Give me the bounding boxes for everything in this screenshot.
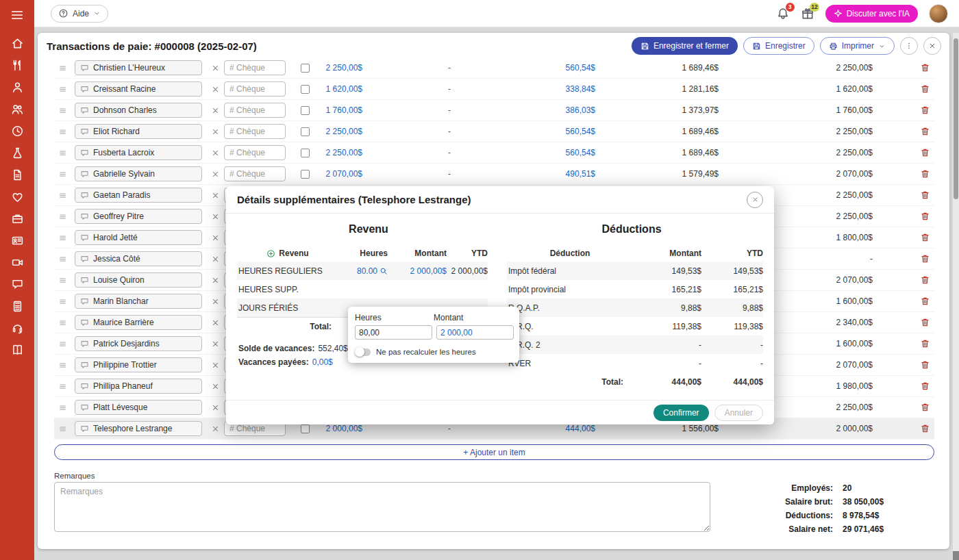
- drag-handle-icon[interactable]: [58, 381, 68, 392]
- scrollbar-thumb[interactable]: [954, 38, 958, 199]
- drag-handle-icon[interactable]: [58, 233, 68, 243]
- cheque-number-input[interactable]: [224, 124, 286, 139]
- delete-row-icon[interactable]: [920, 126, 930, 137]
- clear-employee-button[interactable]: [211, 318, 220, 327]
- clear-employee-button[interactable]: [211, 340, 220, 348]
- clear-employee-button[interactable]: [211, 276, 220, 285]
- delete-row-icon[interactable]: [920, 168, 930, 179]
- employee-name-field[interactable]: Eliot Richard: [75, 124, 202, 139]
- row-checkbox[interactable]: [301, 170, 310, 179]
- sidebar-item-idcard[interactable]: [11, 234, 24, 247]
- employee-name-field[interactable]: Louise Quiron: [75, 272, 202, 288]
- row-checkbox[interactable]: [301, 106, 310, 115]
- delete-row-icon[interactable]: [920, 62, 930, 73]
- employee-name-field[interactable]: Philippine Trottier: [75, 357, 202, 372]
- sidebar-item-person[interactable]: [11, 81, 24, 94]
- sidebar-item-headset[interactable]: [11, 322, 24, 335]
- delete-row-icon[interactable]: [920, 147, 930, 158]
- sidebar-item-document[interactable]: [11, 168, 24, 181]
- delete-row-icon[interactable]: [920, 317, 930, 328]
- menu-icon[interactable]: [10, 8, 24, 22]
- row-checkbox[interactable]: [301, 85, 310, 94]
- sidebar-item-heart[interactable]: [11, 190, 24, 203]
- drag-handle-icon[interactable]: [58, 212, 68, 222]
- clear-employee-button[interactable]: [211, 361, 220, 370]
- sidebar-item-chat[interactable]: [11, 278, 24, 291]
- clear-employee-button[interactable]: [211, 255, 220, 264]
- hours-input[interactable]: [355, 325, 432, 340]
- clear-employee-button[interactable]: [211, 64, 220, 73]
- sidebar-item-camera[interactable]: [11, 256, 24, 269]
- employee-name-field[interactable]: Geoffrey Pitre: [75, 209, 202, 224]
- cheque-number-input[interactable]: [224, 103, 286, 118]
- add-item-button[interactable]: + Ajouter un item: [54, 444, 934, 460]
- clear-employee-button[interactable]: [211, 233, 220, 242]
- help-button[interactable]: Aide: [51, 5, 108, 23]
- recalc-toggle[interactable]: [356, 348, 371, 356]
- clear-employee-button[interactable]: [211, 212, 220, 221]
- confirm-button[interactable]: Confirmer: [653, 405, 709, 421]
- sidebar-item-flask[interactable]: [11, 147, 24, 160]
- row-checkbox[interactable]: [301, 424, 310, 433]
- delete-row-icon[interactable]: [920, 296, 930, 307]
- notifications-button[interactable]: 3: [776, 7, 790, 21]
- employee-name-field[interactable]: Phillipa Phaneuf: [75, 379, 202, 394]
- sidebar-item-ledger[interactable]: [11, 344, 24, 357]
- cheque-number-input[interactable]: [224, 60, 286, 75]
- vacation-paid-value[interactable]: 0,00$: [312, 357, 333, 367]
- drag-handle-icon[interactable]: [58, 275, 68, 285]
- sidebar-item-utensils[interactable]: [11, 59, 24, 72]
- delete-row-icon[interactable]: [920, 84, 930, 94]
- drag-handle-icon[interactable]: [58, 339, 68, 349]
- clear-employee-button[interactable]: [211, 424, 220, 433]
- delete-row-icon[interactable]: [920, 211, 930, 222]
- more-options-button[interactable]: [900, 37, 918, 55]
- delete-row-icon[interactable]: [920, 402, 930, 413]
- drag-handle-icon[interactable]: [58, 105, 68, 116]
- chat-ai-button[interactable]: Discuter avec l'IA: [825, 5, 918, 23]
- row-checkbox[interactable]: [301, 127, 310, 136]
- updates-button[interactable]: 12: [801, 7, 814, 21]
- drag-handle-icon[interactable]: [58, 424, 68, 434]
- sidebar-item-home[interactable]: [11, 37, 24, 50]
- employee-name-field[interactable]: Marin Blanchar: [75, 294, 202, 309]
- employee-name-field[interactable]: Maurice Barrière: [75, 315, 202, 330]
- amount-input[interactable]: [436, 325, 514, 340]
- cheque-number-input[interactable]: [224, 81, 286, 97]
- employee-name-field[interactable]: Fusberta Lacroix: [75, 145, 202, 160]
- employee-name-field[interactable]: Jessica Côté: [75, 251, 202, 266]
- drag-handle-icon[interactable]: [58, 127, 68, 137]
- print-button[interactable]: Imprimer: [820, 37, 895, 55]
- drag-handle-icon[interactable]: [58, 360, 68, 370]
- employee-name-field[interactable]: Dohnson Charles: [75, 103, 202, 118]
- avatar[interactable]: [929, 4, 948, 23]
- sidebar-item-calculator[interactable]: [11, 300, 24, 313]
- employee-name-field[interactable]: Creissant Racine: [75, 81, 202, 97]
- row-checkbox[interactable]: [301, 149, 310, 157]
- clear-employee-button[interactable]: [211, 191, 220, 200]
- clear-employee-button[interactable]: [211, 170, 220, 179]
- delete-row-icon[interactable]: [920, 105, 930, 116]
- delete-row-icon[interactable]: [920, 381, 930, 392]
- employee-name-field[interactable]: Telesphore Lestrange: [75, 421, 202, 436]
- add-revenue-icon[interactable]: [266, 249, 275, 258]
- drag-handle-icon[interactable]: [58, 403, 68, 413]
- drag-handle-icon[interactable]: [58, 148, 68, 158]
- drag-handle-icon[interactable]: [58, 190, 68, 201]
- employee-name-field[interactable]: Christien L'Heureux: [75, 60, 202, 75]
- cheque-number-input[interactable]: [224, 166, 286, 181]
- row-checkbox[interactable]: [301, 64, 310, 73]
- drag-handle-icon[interactable]: [58, 318, 68, 328]
- modal-close-button[interactable]: [747, 192, 763, 208]
- delete-row-icon[interactable]: [920, 359, 930, 370]
- drag-handle-icon[interactable]: [58, 84, 68, 94]
- clear-employee-button[interactable]: [211, 127, 220, 136]
- drag-handle-icon[interactable]: [58, 169, 68, 179]
- employee-name-field[interactable]: Gabrielle Sylvain: [75, 166, 202, 181]
- drag-handle-icon[interactable]: [58, 254, 68, 264]
- employee-name-field[interactable]: Platt Lévesque: [75, 400, 202, 415]
- clear-employee-button[interactable]: [211, 403, 220, 412]
- delete-row-icon[interactable]: [920, 253, 930, 264]
- save-button[interactable]: Enregistrer: [743, 37, 814, 55]
- sidebar-item-clock[interactable]: [11, 125, 24, 138]
